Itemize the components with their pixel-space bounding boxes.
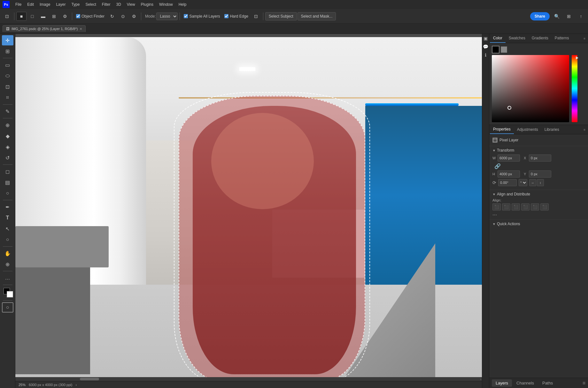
prop-tab-properties[interactable]: Properties xyxy=(490,125,514,134)
align-btn-t[interactable]: ⊞ xyxy=(49,12,59,21)
history-brush-tool[interactable]: ↺ xyxy=(2,153,13,163)
stroke-btn[interactable]: □ xyxy=(27,12,37,21)
object-finder-checkbox[interactable] xyxy=(76,14,80,18)
tool-mode-btn[interactable]: ⊡ xyxy=(2,12,12,21)
mode-select[interactable]: Lasso xyxy=(156,12,178,20)
menu-filter[interactable]: Filter xyxy=(99,2,113,7)
move-tool[interactable]: ✛ xyxy=(2,35,13,45)
refresh-btn[interactable]: ↻ xyxy=(107,12,117,21)
artboard-tool[interactable]: ⊞ xyxy=(2,46,13,56)
text-tool[interactable]: T xyxy=(2,213,13,223)
settings-btn[interactable]: ⚙ xyxy=(60,12,70,21)
bottom-tab-channels[interactable]: Channels xyxy=(513,379,538,387)
tab-gradients[interactable]: Gradients xyxy=(529,34,552,43)
tab-swatches[interactable]: Swatches xyxy=(506,34,529,43)
panel-menu-icon[interactable]: ≡ xyxy=(583,380,585,386)
sample-all-layers-label[interactable]: Sample All Layers xyxy=(184,14,220,19)
align-right-btn[interactable]: ⬛ xyxy=(512,203,520,210)
document-tab[interactable]: 🖼 IMG_2761.psdc @ 25% (Layer 1, RGB/8*) … xyxy=(3,25,86,32)
align-center-h-btn[interactable]: ⬛ xyxy=(502,203,510,210)
angle-input[interactable] xyxy=(498,179,517,186)
pen-tool[interactable]: ✒ xyxy=(2,202,13,212)
menu-select[interactable]: Select xyxy=(83,2,98,7)
select-and-mask-button[interactable]: Select and Mask... xyxy=(298,12,336,20)
shape-btn[interactable]: ▬ xyxy=(38,12,48,21)
fill-btn[interactable]: ■ xyxy=(16,12,27,21)
workspace-btn[interactable]: ⊞ xyxy=(564,12,574,21)
spot-heal-tool[interactable]: ⊕ xyxy=(2,120,13,130)
tab-patterns[interactable]: Patterns xyxy=(552,34,572,43)
share-button[interactable]: Share xyxy=(530,12,550,20)
more-options-icon[interactable]: ⋯ xyxy=(492,212,497,218)
menu-plugins[interactable]: Plugins xyxy=(138,2,156,7)
settings2-btn[interactable]: ⚙ xyxy=(129,12,139,21)
brush-tool[interactable]: ◆ xyxy=(2,131,13,141)
x-input[interactable] xyxy=(529,154,551,162)
gradient-tool[interactable]: ▤ xyxy=(2,177,13,187)
eraser-tool[interactable]: ◻ xyxy=(2,166,13,177)
bottom-tab-paths[interactable]: Paths xyxy=(538,379,557,387)
prop-tab-libraries[interactable]: Libraries xyxy=(541,125,562,134)
background-color-swatch[interactable] xyxy=(501,46,507,53)
subject-btn[interactable]: ⊙ xyxy=(118,12,128,21)
background-swatch[interactable] xyxy=(7,291,13,297)
hard-edge-checkbox[interactable] xyxy=(224,14,228,18)
eyedropper-tool[interactable]: ✎ xyxy=(2,106,13,116)
y-input[interactable] xyxy=(529,170,551,178)
flip-v-btn[interactable]: ↕ xyxy=(537,179,544,186)
link-icon[interactable]: 🔗 xyxy=(494,163,501,169)
canvas-scroll-horizontal[interactable]: › xyxy=(15,377,482,381)
prop-tab-adjustments[interactable]: Adjustments xyxy=(514,125,541,134)
menu-view[interactable]: View xyxy=(124,2,138,7)
object-finder-label[interactable]: Object Finder xyxy=(76,14,104,19)
canvas-info-icon[interactable]: ℹ xyxy=(485,52,486,58)
select-subject-button[interactable]: Select Subject xyxy=(265,12,297,20)
w-input[interactable] xyxy=(498,154,520,162)
share-icon[interactable]: ↑ xyxy=(576,12,586,21)
angle-dropdown[interactable]: ° xyxy=(519,179,527,186)
path-select-tool[interactable]: ↖ xyxy=(2,224,13,234)
menu-image[interactable]: Image xyxy=(37,2,53,7)
align-bottom-btn[interactable]: ⬛ xyxy=(540,203,549,210)
bottom-tab-layers[interactable]: Layers xyxy=(492,379,512,387)
align-left-btn[interactable]: ⬛ xyxy=(492,203,501,210)
foreground-color-swatch[interactable] xyxy=(492,46,499,53)
scroll-thumb-horizontal[interactable] xyxy=(80,378,99,380)
hand-tool[interactable]: ✋ xyxy=(2,248,13,258)
align-center-v-btn[interactable]: ⬛ xyxy=(531,203,539,210)
transform-arrow[interactable]: ▼ xyxy=(492,149,496,152)
canvas-swatches-icon[interactable]: ▣ xyxy=(484,36,488,41)
hard-edge-label[interactable]: Hard Edge xyxy=(224,14,248,19)
h-input[interactable] xyxy=(498,170,520,178)
canvas-area[interactable]: ▣ 💬 ℹ xyxy=(15,34,489,388)
menu-type[interactable]: Type xyxy=(69,2,82,7)
crop-tool[interactable]: ⌗ xyxy=(2,92,13,103)
tab-color[interactable]: Color xyxy=(490,34,506,43)
search-icon[interactable]: 🔍 xyxy=(552,12,562,21)
menu-window[interactable]: Window xyxy=(157,2,175,7)
quick-mask-btn[interactable]: ○ xyxy=(2,302,13,313)
hue-slider[interactable] xyxy=(572,55,577,122)
align-arrow[interactable]: ▼ xyxy=(492,193,496,196)
menu-layer[interactable]: Layer xyxy=(53,2,68,7)
zoom-tool[interactable]: ⊕ xyxy=(2,259,13,269)
tab-close-button[interactable]: ✕ xyxy=(80,27,82,31)
properties-panel-collapse[interactable]: ≡ xyxy=(582,127,587,133)
marquee-rect-tool[interactable]: ▭ xyxy=(2,60,13,70)
menu-edit[interactable]: Edit xyxy=(25,2,36,7)
menu-help[interactable]: Help xyxy=(176,2,189,7)
color-panel-collapse[interactable]: ≡ xyxy=(582,36,587,42)
align-top-btn[interactable]: ⬛ xyxy=(521,203,530,210)
clone-tool[interactable]: ◈ xyxy=(2,142,13,152)
lasso-tool[interactable]: ⬭ xyxy=(2,71,13,81)
sample-all-layers-checkbox[interactable] xyxy=(184,14,188,18)
dodge-tool[interactable]: ○ xyxy=(2,188,13,198)
canvas-comment-icon[interactable]: 💬 xyxy=(483,44,488,49)
ellipse-tool[interactable]: ○ xyxy=(2,234,13,245)
scroll-arrow-right[interactable]: › xyxy=(480,377,481,381)
subject-select-tool[interactable]: ⊡ xyxy=(2,82,13,92)
quick-actions-arrow[interactable]: ▼ xyxy=(492,222,496,226)
gradient-selector-circle[interactable] xyxy=(507,106,511,110)
flip-h-btn[interactable]: ↔ xyxy=(529,179,536,186)
more-tools-btn[interactable]: … xyxy=(2,273,13,283)
